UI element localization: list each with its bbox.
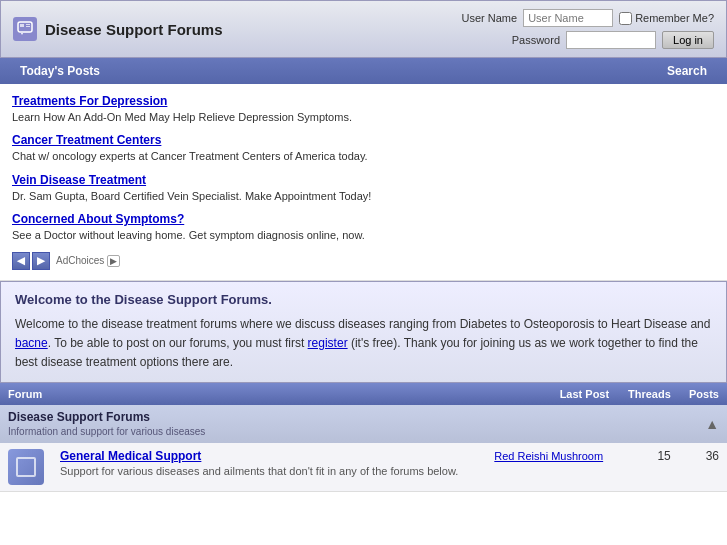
- logo-area: Disease Support Forums: [13, 17, 223, 41]
- forum-name-cell: General Medical Support Support for vari…: [52, 443, 486, 492]
- site-title: Disease Support Forums: [45, 21, 223, 38]
- threads-count: 15: [617, 443, 679, 492]
- svg-rect-2: [26, 24, 30, 25]
- welcome-text-before: Welcome to the disease treatment forums …: [15, 317, 710, 331]
- forum-name-desc: Support for various diseases and ailment…: [60, 465, 478, 477]
- forum-logo-icon: [13, 17, 37, 41]
- welcome-text: Welcome to the disease treatment forums …: [15, 315, 712, 373]
- password-label: Password: [512, 34, 560, 46]
- forum-section-title: Disease Support Forums: [8, 410, 150, 424]
- forum-icon-inner: [16, 457, 36, 477]
- forum-icon: [8, 449, 44, 485]
- ad-link-2[interactable]: Vein Disease Treatment: [12, 173, 715, 187]
- password-input[interactable]: [566, 31, 656, 49]
- col-posts: Posts: [679, 383, 727, 405]
- adchoices-icon: ▶: [107, 255, 120, 267]
- ad-link-0[interactable]: Treatments For Depression: [12, 94, 715, 108]
- bacne-link[interactable]: bacne: [15, 336, 48, 350]
- col-threads: Threads: [617, 383, 679, 405]
- forum-section-cell: Disease Support Forums Information and s…: [0, 405, 679, 443]
- ad-text-2: Dr. Sam Gupta, Board Certified Vein Spec…: [12, 189, 715, 204]
- welcome-text-middle: . To be able to post on our forums, you …: [48, 336, 308, 350]
- ad-text-3: See a Doctor without leaving home. Get s…: [12, 228, 715, 243]
- col-forum: Forum: [0, 383, 486, 405]
- ad-footer: ◀ ▶ AdChoices ▶: [12, 252, 715, 270]
- adchoices-label: AdChoices ▶: [56, 255, 120, 267]
- forum-section-row: Disease Support Forums Information and s…: [0, 405, 727, 443]
- navbar-todays-posts[interactable]: Today's Posts: [0, 58, 120, 84]
- navbar-search[interactable]: Search: [647, 58, 727, 84]
- username-row: User Name Remember Me?: [462, 9, 714, 27]
- welcome-box: Welcome to the Disease Support Forums. W…: [0, 281, 727, 384]
- forum-name-link[interactable]: General Medical Support: [60, 449, 478, 463]
- svg-marker-4: [21, 33, 23, 35]
- username-label: User Name: [462, 12, 518, 24]
- last-post-link[interactable]: Red Reishi Mushroom: [494, 450, 603, 462]
- col-lastpost: Last Post: [486, 383, 617, 405]
- svg-rect-1: [20, 24, 24, 27]
- forum-section-desc: Information and support for various dise…: [8, 426, 205, 437]
- register-link[interactable]: register: [308, 336, 348, 350]
- username-input[interactable]: [523, 9, 613, 27]
- remember-checkbox[interactable]: [619, 12, 632, 25]
- ad-text-0: Learn How An Add-On Med May Help Relieve…: [12, 110, 715, 125]
- svg-rect-3: [26, 26, 30, 27]
- table-row: General Medical Support Support for vari…: [0, 443, 727, 492]
- password-row: Password Log in: [512, 31, 714, 49]
- collapse-icon[interactable]: ▲: [705, 416, 719, 432]
- forum-table-header: Forum Last Post Threads Posts: [0, 383, 727, 405]
- ad-link-1[interactable]: Cancer Treatment Centers: [12, 133, 715, 147]
- last-post-cell: Red Reishi Mushroom: [486, 443, 617, 492]
- posts-count: 36: [679, 443, 727, 492]
- login-button[interactable]: Log in: [662, 31, 714, 49]
- ad-section: Treatments For Depression Learn How An A…: [0, 84, 727, 281]
- welcome-title: Welcome to the Disease Support Forums.: [15, 292, 712, 307]
- forum-table: Forum Last Post Threads Posts Disease Su…: [0, 383, 727, 492]
- ad-text-1: Chat w/ oncology experts at Cancer Treat…: [12, 149, 715, 164]
- ad-navigation: ◀ ▶: [12, 252, 50, 270]
- remember-label[interactable]: Remember Me?: [619, 12, 714, 25]
- collapse-cell: ▲: [679, 405, 727, 443]
- header: Disease Support Forums User Name Remembe…: [0, 0, 727, 58]
- ad-prev-button[interactable]: ◀: [12, 252, 30, 270]
- ad-next-button[interactable]: ▶: [32, 252, 50, 270]
- login-area: User Name Remember Me? Password Log in: [462, 9, 714, 49]
- navbar: Today's Posts Search: [0, 58, 727, 84]
- ad-link-3[interactable]: Concerned About Symptoms?: [12, 212, 715, 226]
- forum-icon-cell: [0, 443, 52, 492]
